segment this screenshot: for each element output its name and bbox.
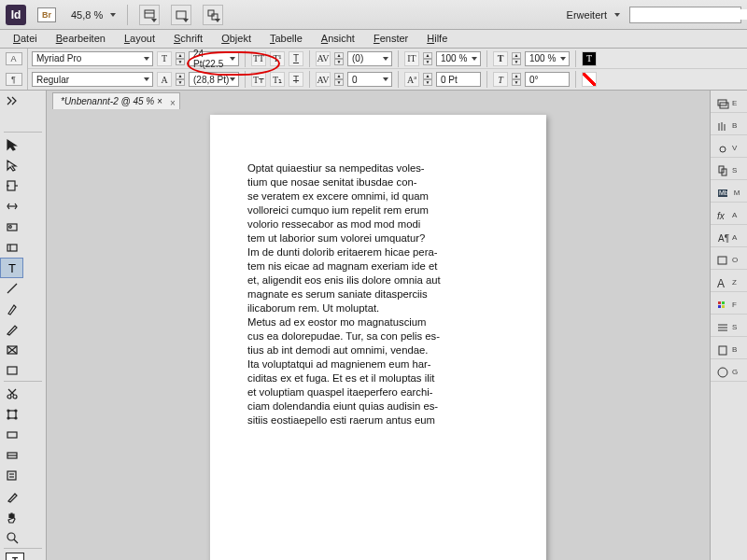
text-frame[interactable]: Optat quiaestiur sa nempeditas voles- ti…: [247, 161, 509, 427]
page-tool[interactable]: [0, 175, 23, 196]
menu-bearbeiten[interactable]: Bearbeiten: [47, 30, 115, 48]
menu-schrift[interactable]: Schrift: [164, 30, 212, 48]
canvas[interactable]: Optat quiaestiur sa nempeditas voles- ti…: [47, 109, 710, 560]
workspace-label: Erweitert: [563, 9, 611, 21]
svg-rect-54: [718, 301, 721, 304]
font-family-combo[interactable]: Myriad Pro: [32, 51, 153, 66]
toolbox: T T: [0, 91, 47, 560]
scale-h-spinner[interactable]: ▲▼: [423, 52, 432, 65]
type-tool[interactable]: T: [0, 258, 23, 278]
scale-h-icon: IT: [404, 51, 419, 66]
subscript-button[interactable]: T₁: [270, 72, 285, 87]
document-tab-label: *Unbenannt-2 @ 45 % ×: [61, 96, 162, 106]
kerning-combo[interactable]: (0): [347, 51, 392, 66]
panel-verkn[interactable]: V: [711, 139, 747, 158]
arrange-button[interactable]: [203, 5, 223, 25]
search-field[interactable]: [633, 9, 747, 20]
superscript-button[interactable]: T¹: [270, 51, 285, 66]
fill-char-button[interactable]: T: [582, 51, 597, 66]
allcaps-button[interactable]: TT: [251, 51, 266, 66]
panel-mb[interactable]: MbM: [711, 184, 747, 203]
leading-combo[interactable]: (28,8 Pt): [189, 72, 239, 87]
fill-swatch[interactable]: T: [6, 553, 24, 560]
font-size-combo[interactable]: 24 Pt(22.5: [189, 51, 239, 66]
bridge-icon[interactable]: Br: [37, 7, 56, 22]
view-options-button[interactable]: [139, 5, 160, 25]
panel-fx[interactable]: fxA: [711, 206, 747, 225]
hand-tool[interactable]: [0, 507, 23, 527]
zoom-tool[interactable]: [0, 527, 23, 548]
panel-buch[interactable]: B: [711, 341, 747, 359]
scale-v-combo[interactable]: 100 %: [525, 51, 570, 66]
leading-spinner[interactable]: ▲▼: [176, 73, 185, 86]
zoom-level-combo[interactable]: 45,8 %: [67, 8, 116, 21]
char-mode-icon[interactable]: A: [6, 52, 22, 65]
app-icon: Id: [6, 5, 26, 25]
gradient-swatch-tool[interactable]: [0, 425, 23, 445]
scissors-tool[interactable]: [0, 384, 23, 404]
scale-v-spinner[interactable]: ▲▼: [512, 52, 521, 65]
menu-objekt[interactable]: Objekt: [212, 30, 261, 48]
workspace-switcher[interactable]: Erweitert: [563, 9, 620, 21]
content-collector-tool[interactable]: [0, 217, 23, 237]
panel-stil[interactable]: S: [711, 318, 747, 337]
panel-absatz[interactable]: A¶A: [711, 229, 747, 247]
control-mode-toggle[interactable]: A ¶: [0, 49, 28, 90]
menu-ansicht[interactable]: Ansicht: [312, 30, 364, 48]
menu-datei[interactable]: Datei: [4, 30, 47, 48]
line-tool[interactable]: [0, 278, 23, 299]
pen-tool[interactable]: [0, 299, 23, 319]
menu-tabelle[interactable]: Tabelle: [261, 30, 312, 48]
skew-spinner[interactable]: ▲▼: [512, 73, 521, 86]
chevron-down-icon: [560, 57, 566, 61]
gradient-feather-tool[interactable]: [0, 445, 23, 466]
baseline-combo[interactable]: 0 Pt: [436, 72, 481, 87]
menu-hilfe[interactable]: Hilfe: [417, 30, 457, 48]
smallcaps-button[interactable]: Tᴛ: [251, 72, 266, 87]
chevron-down-icon: [472, 57, 477, 61]
note-tool[interactable]: [0, 466, 23, 486]
document-tab[interactable]: *Unbenannt-2 @ 45 % × ×: [52, 92, 180, 109]
rectangle-tool[interactable]: [0, 360, 23, 381]
fill-stroke-swatch[interactable]: T: [0, 551, 46, 560]
panel-objekt[interactable]: O: [711, 251, 747, 270]
direct-selection-tool[interactable]: [0, 155, 23, 175]
panel-ebenen[interactable]: E: [711, 94, 747, 113]
eyedropper-tool[interactable]: [0, 486, 23, 507]
selection-tool[interactable]: [0, 134, 23, 155]
font-size-spinner[interactable]: ▲▼: [176, 52, 185, 65]
rectangle-frame-tool[interactable]: [0, 340, 23, 360]
toggle-panel-icon[interactable]: [0, 91, 23, 111]
panel-seiten[interactable]: S: [711, 161, 747, 180]
screen-mode-button[interactable]: [171, 5, 191, 25]
panel-glyphen[interactable]: G: [711, 363, 747, 382]
menu-layout[interactable]: Layout: [115, 30, 164, 48]
menu-fenster[interactable]: Fenster: [364, 30, 417, 48]
panel-farbe[interactable]: F: [711, 296, 747, 315]
baseline-spinner[interactable]: ▲▼: [423, 73, 432, 86]
leading-value: (28,8 Pt): [193, 75, 229, 85]
chevron-down-icon: [383, 57, 388, 61]
svg-rect-55: [722, 301, 725, 304]
panel-biblio[interactable]: B: [711, 117, 747, 135]
skew-combo[interactable]: 0°: [525, 72, 570, 87]
font-style-combo[interactable]: Regular: [32, 72, 153, 87]
scale-h-combo[interactable]: 100 %: [436, 51, 481, 66]
tracking-combo[interactable]: 0: [347, 72, 392, 87]
strikethrough-button[interactable]: T: [289, 72, 303, 87]
para-mode-icon[interactable]: ¶: [6, 73, 22, 86]
app-titlebar: Id Br 45,8 % Erweitert: [0, 0, 747, 30]
search-input[interactable]: [629, 7, 741, 23]
tracking-spinner[interactable]: ▲▼: [334, 73, 344, 86]
svg-rect-30: [7, 432, 17, 438]
pencil-tool[interactable]: [0, 319, 23, 340]
content-placer-tool[interactable]: [0, 237, 23, 258]
no-fill-button[interactable]: [582, 72, 597, 87]
svg-rect-25: [8, 411, 16, 418]
underline-button[interactable]: T: [289, 51, 303, 66]
kerning-spinner[interactable]: ▲▼: [334, 52, 344, 65]
content-area: T T *Unbenannt-2 @ 45 % × ×: [0, 91, 747, 560]
gap-tool[interactable]: [0, 196, 23, 217]
panel-zeichen[interactable]: AZ: [711, 273, 747, 292]
free-transform-tool[interactable]: [0, 404, 23, 425]
